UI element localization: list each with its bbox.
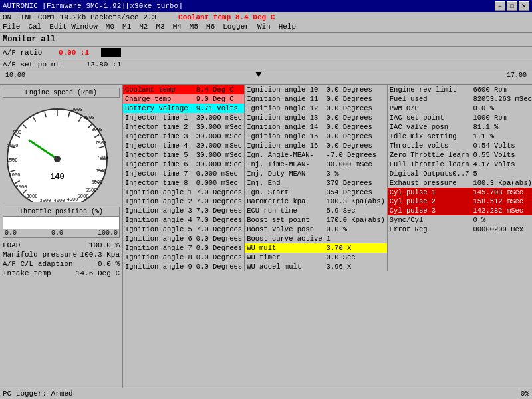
title-bar-buttons: − □ ✕ (495, 1, 529, 11)
ign14-value: 0.0 Degrees (325, 122, 388, 132)
slider-row: 10.00 17.00 (0, 70, 532, 85)
af-setpoint-value: 12.80 :1 (86, 61, 121, 68)
ign6-value: 0.0 Degrees (194, 234, 245, 243)
inj-duty-label: Inj. Duty-MEAN- (245, 169, 325, 178)
boost-valve-value: 0.0 % (325, 225, 388, 234)
rpm-gauge: 500 1000 1500 2000 2500 3000 3500 (3, 99, 112, 202)
ign15-label: Ignition angle 15 (245, 132, 325, 141)
title-bar: AUTRONIC [Firmware SMC-1.92][x30xe turbo… (0, 0, 532, 12)
menu-edit-window[interactable]: Edit-Window (49, 23, 98, 31)
menu-file[interactable]: File (3, 23, 20, 31)
menu-win[interactable]: Win (257, 23, 271, 31)
table-row: Injector time 1 30.000 mSec Ignition ang… (123, 113, 532, 122)
coolant-label: Coolant temp (123, 85, 194, 94)
menu-m4[interactable]: M4 (173, 23, 182, 31)
inj-mean-label: Inj. Time-MEAN- (245, 160, 325, 169)
slider-left: 10.00 (5, 72, 25, 79)
injt5-value: 30.000 mSec (194, 150, 245, 160)
menu-m1[interactable]: M1 (122, 23, 131, 31)
idle-mix-label: Idle mix setting (387, 132, 471, 141)
iac-valve-value: 81.1 % (471, 122, 532, 132)
minimize-button[interactable]: − (495, 1, 505, 11)
fuel-used-value: 82053.263 mSec (471, 94, 532, 104)
throttle-max: 100.0 (98, 229, 118, 237)
boost-valve-label: Boost valve posn (245, 225, 325, 234)
data-table: Coolant temp 8.4 Deg C Ignition angle 10… (123, 85, 532, 271)
injt7-value: 0.000 mSec (194, 169, 245, 178)
menu-m3[interactable]: M3 (156, 23, 164, 31)
ecu-run-label: ECU run time (245, 206, 325, 215)
menu-cal[interactable]: Cal (28, 23, 41, 31)
cyl2-label: Cyl pulse 2 (387, 197, 471, 206)
svg-text:1500: 1500 (7, 158, 18, 163)
cyl1-value: 145.703 mSec (471, 188, 532, 197)
close-button[interactable]: ✕ (519, 1, 529, 11)
ign9-value: 0.0 Degrees (194, 262, 245, 271)
inj-end-label: Inj. End (245, 178, 325, 188)
monitor-header: Monitor all (0, 33, 532, 47)
iac-set-value: 1000 Rpm (471, 113, 532, 122)
full-throttle-value: 4.17 Volts (471, 160, 532, 169)
table-row: Ignition angle 9 0.0 Degrees WU accel mu… (123, 262, 532, 271)
injt8-label: Injector time 8 (123, 178, 194, 188)
main-content: Engine speed (Rpm) 500 1000 1500 2000 (0, 85, 532, 391)
menu-m6[interactable]: M6 (206, 23, 215, 31)
svg-point-38 (54, 156, 61, 162)
ign1-label: Ignition angle 1 (123, 188, 194, 197)
svg-text:4500: 4500 (67, 197, 78, 202)
status-right: 0% (521, 390, 529, 398)
coolant-value: 8.4 Deg C (194, 85, 245, 94)
injt8-value: 0.000 mSec (194, 178, 245, 188)
menu-m0[interactable]: M0 (106, 23, 114, 31)
pwm-label: PWM O/P (387, 104, 471, 113)
table-row: Injector time 8 0.000 mSec Inj. End 379 … (123, 178, 532, 188)
ign4-value: 7.0 Degrees (194, 215, 245, 225)
error-reg-value: 00000200 Hex (471, 225, 532, 234)
table-row: Ignition angle 3 7.0 Degrees ECU run tim… (123, 206, 532, 215)
svg-text:2500: 2500 (16, 184, 27, 190)
load-label: LOAD (3, 241, 20, 249)
ign12-label: Ignition angle 12 (245, 104, 325, 113)
battery-label: Battery voltage (123, 104, 194, 113)
empty5 (387, 253, 471, 262)
coolant-alert: Coolant temp 8.4 Deg C (178, 13, 275, 21)
ign5-value: 7.0 Degrees (194, 225, 245, 234)
intake-temp-value: 14.6 Deg C (76, 269, 120, 277)
af-adaption-value: 0.0 % (98, 260, 120, 268)
ign9-label: Ignition angle 9 (123, 262, 194, 271)
menu-m5[interactable]: M5 (190, 23, 198, 31)
empty6 (471, 253, 532, 262)
svg-text:8000: 8000 (92, 127, 103, 132)
svg-text:140: 140 (50, 172, 65, 182)
throttle-min: 0.0 (5, 229, 17, 237)
iac-set-label: IAC set point (387, 113, 471, 122)
status-bar: PC Logger: Armed 0% (0, 388, 532, 399)
cyl3-value: 142.282 mSec (471, 206, 532, 215)
dig-outputs-value: 5 (471, 169, 532, 178)
menu-logger[interactable]: Logger (223, 23, 249, 31)
ign15-value: 0.0 Degrees (325, 132, 388, 141)
menu-help[interactable]: Help (279, 23, 296, 31)
af-ratio-indicator (101, 48, 121, 57)
iac-valve-label: IAC valve posn (387, 122, 471, 132)
charge-label: Charge temp (123, 94, 194, 104)
ign8-label: Ignition angle 8 (123, 253, 194, 262)
table-row: Ignition angle 2 7.0 Degrees Barometric … (123, 197, 532, 206)
boost-curve-label: Boost curve active (245, 234, 325, 243)
empty2 (471, 234, 532, 243)
wu-accel-label: WU accel mult (245, 262, 325, 271)
ign11-label: Ignition angle 11 (245, 94, 325, 104)
rev-limit-label: Engine rev limit (387, 85, 471, 94)
ign13-value: 0.0 Degrees (325, 113, 388, 122)
table-row: Ignition angle 7 0.0 Degrees WU mult 3.7… (123, 243, 532, 253)
maximize-button[interactable]: □ (507, 1, 517, 11)
zero-throttle-value: 0.55 Volts (471, 150, 532, 160)
injt7-label: Injector time 7 (123, 169, 194, 178)
baro-value: 100.3 Kpa(abs) (325, 197, 388, 206)
dig-outputs-label: Digital Outputs0..7 (387, 169, 471, 178)
table-row: Ignition angle 5 7.0 Degrees Boost valve… (123, 225, 532, 234)
error-reg-label: Error Reg (387, 225, 471, 234)
ign16-value: 0.0 Degrees (325, 141, 388, 150)
menu-m2[interactable]: M2 (139, 23, 148, 31)
af-ratio-label: A/F ratio (3, 49, 56, 57)
